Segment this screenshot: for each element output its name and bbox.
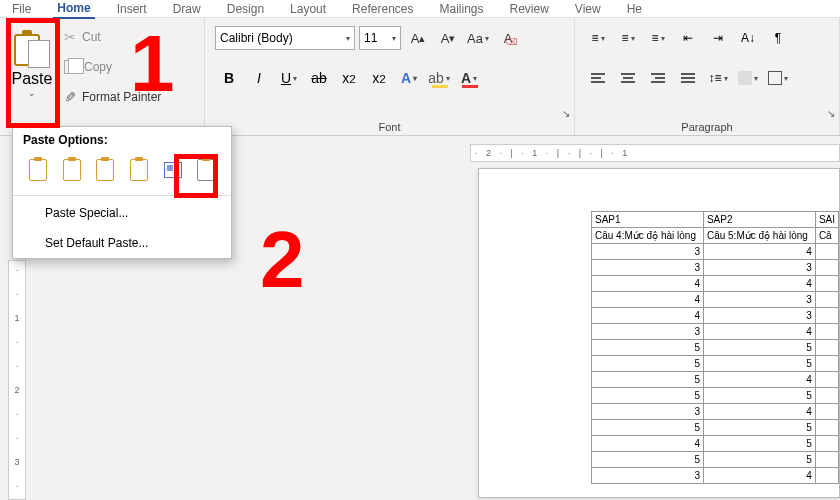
cell: 5	[592, 388, 704, 404]
align-right-button[interactable]	[645, 66, 671, 90]
paste-button[interactable]: Paste ⌄	[8, 24, 56, 122]
cell: 4	[703, 404, 815, 420]
tab-mailings[interactable]: Mailings	[435, 0, 487, 18]
col-header: SAI	[815, 212, 838, 228]
paste-label: Paste	[12, 70, 53, 88]
tab-insert[interactable]: Insert	[113, 0, 151, 18]
paste-special-item[interactable]: Paste Special...	[13, 198, 231, 228]
paragraph-group-label: Paragraph	[585, 119, 829, 133]
cell: 5	[703, 436, 815, 452]
multilevel-button[interactable]: ≡▾	[645, 26, 671, 50]
cell: 4	[703, 468, 815, 484]
table-row: 55	[592, 340, 839, 356]
paste-text-only-button[interactable]	[191, 155, 221, 185]
font-group-label: Font	[215, 119, 564, 133]
font-dialog-launcher[interactable]: ↘	[562, 108, 570, 119]
font-color-button[interactable]: A▾	[455, 65, 483, 91]
tab-layout[interactable]: Layout	[286, 0, 330, 18]
line-spacing-button[interactable]: ↕≡▾	[705, 66, 731, 90]
tab-references[interactable]: References	[348, 0, 417, 18]
cell: 3	[592, 404, 704, 420]
table-row: 43	[592, 292, 839, 308]
underline-button[interactable]: U▾	[275, 65, 303, 91]
justify-button[interactable]	[675, 66, 701, 90]
paste-icon	[14, 28, 50, 70]
sort-button[interactable]: A↓	[735, 26, 761, 50]
font-size-select[interactable]: 11▾	[359, 26, 401, 50]
cell: 4	[592, 436, 704, 452]
shrink-font-button[interactable]: A▾	[435, 26, 461, 50]
clipboard-arrow-icon	[63, 159, 81, 181]
increase-indent-button[interactable]: ⇥	[705, 26, 731, 50]
show-marks-button[interactable]: ¶	[765, 26, 791, 50]
clipboard-link-icon	[130, 159, 148, 181]
cell	[815, 452, 838, 468]
cell	[815, 324, 838, 340]
change-case-button[interactable]: Aa▾	[465, 26, 491, 50]
table-row: 34	[592, 468, 839, 484]
cell: 4	[592, 308, 704, 324]
cell: 4	[592, 276, 704, 292]
clear-formatting-button[interactable]: A⌫	[495, 26, 521, 50]
vertical-ruler[interactable]: ··1··2··3··4··5·	[8, 260, 26, 500]
numbering-button[interactable]: ≡▾	[615, 26, 641, 50]
grow-font-button[interactable]: A▴	[405, 26, 431, 50]
paste-picture-button[interactable]	[158, 155, 188, 185]
table-row: 45	[592, 436, 839, 452]
paste-keep-source-button[interactable]	[23, 155, 53, 185]
tab-file[interactable]: File	[8, 0, 35, 18]
paste-link-button[interactable]	[124, 155, 154, 185]
table-row: 34	[592, 324, 839, 340]
set-default-paste-item[interactable]: Set Default Paste...	[13, 228, 231, 258]
tab-help[interactable]: He	[623, 0, 646, 18]
decrease-indent-button[interactable]: ⇤	[675, 26, 701, 50]
cell: 3	[703, 308, 815, 324]
text-effects-button[interactable]: A▾	[395, 65, 423, 91]
ribbon: Paste ⌄ Cut Copy Format Painter Calibri …	[0, 18, 840, 136]
align-left-button[interactable]	[585, 66, 611, 90]
horizontal-ruler[interactable]: · 2 · | · 1 · | · | · | · 1	[470, 144, 840, 162]
cell	[815, 276, 838, 292]
shading-button[interactable]: ▾	[735, 66, 761, 90]
tab-draw[interactable]: Draw	[169, 0, 205, 18]
cell	[815, 468, 838, 484]
cell	[815, 244, 838, 260]
align-center-button[interactable]	[615, 66, 641, 90]
superscript-button[interactable]: x2	[365, 65, 393, 91]
table-row: 55	[592, 388, 839, 404]
annotation-number: 1	[130, 18, 175, 110]
data-table: SAP1SAP2SAI Câu 4:Mức độ hài lòng Câu 5:…	[591, 211, 839, 484]
group-font: Calibri (Body)▾ 11▾ A▴ A▾ Aa▾ A⌫ B I U▾ …	[205, 18, 575, 135]
font-name-select[interactable]: Calibri (Body)▾	[215, 26, 355, 50]
table-row: 54	[592, 372, 839, 388]
tab-view[interactable]: View	[571, 0, 605, 18]
cell	[815, 340, 838, 356]
brush-icon	[64, 89, 76, 105]
borders-button[interactable]: ▾	[765, 66, 791, 90]
chevron-down-icon[interactable]: ⌄	[28, 88, 36, 98]
tab-review[interactable]: Review	[506, 0, 553, 18]
highlight-button[interactable]: ab▾	[425, 65, 453, 91]
cell: 5	[703, 356, 815, 372]
cell: 4	[703, 276, 815, 292]
cell: 4	[703, 324, 815, 340]
bullets-button[interactable]: ≡▾	[585, 26, 611, 50]
strikethrough-button[interactable]: ab	[305, 65, 333, 91]
sub-header: Câu 4:Mức độ hài lòng	[592, 228, 704, 244]
cell	[815, 388, 838, 404]
clipboard-a-icon	[197, 159, 215, 181]
subscript-button[interactable]: x2	[335, 65, 363, 91]
cell: 5	[592, 452, 704, 468]
tab-design[interactable]: Design	[223, 0, 268, 18]
paragraph-dialog-launcher[interactable]: ↘	[827, 108, 835, 119]
cell: 4	[703, 372, 815, 388]
cell: 3	[592, 468, 704, 484]
italic-button[interactable]: I	[245, 65, 273, 91]
paste-keep-source-formatting-button[interactable]	[90, 155, 120, 185]
paste-merge-button[interactable]	[57, 155, 87, 185]
cell: 4	[592, 292, 704, 308]
ribbon-tabs: File Home Insert Draw Design Layout Refe…	[0, 0, 840, 18]
cell: 3	[703, 260, 815, 276]
bold-button[interactable]: B	[215, 65, 243, 91]
tab-home[interactable]: Home	[53, 0, 94, 19]
